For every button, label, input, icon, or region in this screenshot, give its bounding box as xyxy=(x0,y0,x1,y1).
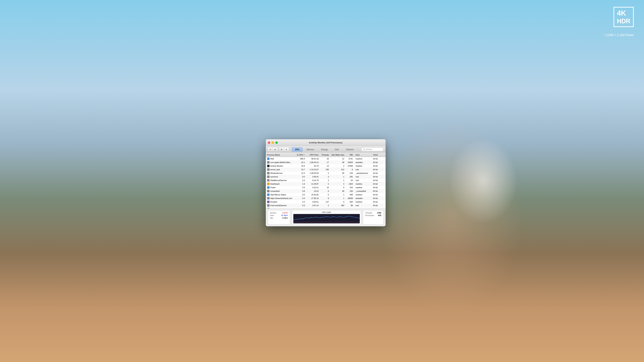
cell-user: root xyxy=(354,204,370,207)
cell-process-name: iStat Menus Status xyxy=(266,193,294,196)
cell-process-name: IINA xyxy=(266,157,294,160)
process-name-text: iStat Menus Status xyxy=(270,194,286,196)
col-header-process-name[interactable]: Process Name xyxy=(266,153,294,156)
cell-process-name: Dashboard xyxy=(266,182,294,185)
cell-process-name: Dropbox xyxy=(266,200,294,203)
cell-cpu-time: 30:01.18 xyxy=(306,157,320,160)
process-name-text: AdobeCRDaemon xyxy=(270,208,286,208)
cell-user: martinio xyxy=(354,208,370,208)
cell-idle-wake: 65 xyxy=(330,172,346,174)
cell-threads: 236 xyxy=(320,168,330,171)
cell-cpu: 1.9 xyxy=(294,183,306,185)
system-label: System: xyxy=(270,212,277,214)
cell-cpu: 995.0 xyxy=(294,157,306,160)
cpu-chart xyxy=(293,214,360,223)
cell-cpu: 0.3 xyxy=(294,208,306,208)
processes-label: Processes: xyxy=(365,214,374,216)
table-row[interactable]: AdobeCRDaemon 0.3 1.16 4 3 26733 martini… xyxy=(266,207,386,208)
cell-kind: 64 bit xyxy=(370,197,379,200)
cell-process-name: Finder xyxy=(266,186,294,189)
close-button[interactable] xyxy=(268,141,270,144)
cell-kind: 64 bit xyxy=(370,172,379,174)
cell-kind: 64 bit xyxy=(370,201,379,203)
col-header-threads[interactable]: Threads xyxy=(320,153,330,156)
table-row[interactable]: Dropbox 0.3 4:50.01 127 4 584 martinio 6… xyxy=(266,200,386,204)
cell-kind: 64 bit xyxy=(370,193,379,196)
process-icon xyxy=(267,193,270,196)
table-row[interactable]: iStat Menus Status 0.5 15:40.56 6 1 489 … xyxy=(266,193,386,197)
cell-cpu-time: 11:28.87 xyxy=(306,183,320,185)
table-row[interactable]: WindowServer 11.5 1:40:55.94 5 65 244 _w… xyxy=(266,171,386,175)
table-row[interactable]: kernel_task 15.7 1:14:13.57 236 412 0 ro… xyxy=(266,168,386,171)
idle-stat-row: Idle: 8.48% xyxy=(270,217,288,219)
col-header-cpu[interactable]: % CPU ▼ xyxy=(294,153,306,156)
table-row[interactable]: Dashboard 1.9 11:28.87 5 4 1404 martinio… xyxy=(266,182,386,186)
cell-threads: 14 xyxy=(320,165,330,167)
table-row[interactable]: sysmond 8.5 2:06.91 3 1 281 root 64 bit xyxy=(266,175,386,179)
cell-pid: 26733 xyxy=(346,208,354,208)
process-icon xyxy=(267,204,270,207)
process-icon xyxy=(267,168,270,171)
col-header-idle-wake[interactable]: Idle Wake Ups xyxy=(330,153,346,156)
tab-disk[interactable]: Disk xyxy=(332,147,342,152)
cell-idle-wake: 90 xyxy=(330,190,346,192)
tab-energy[interactable]: Energy xyxy=(318,147,331,152)
maximize-button[interactable] xyxy=(275,141,278,144)
cell-cpu-time: 15:40.56 xyxy=(306,193,320,196)
col-header-cpu-time[interactable]: CPU Time xyxy=(306,153,320,156)
table-row[interactable]: com.apple.WebKit.WebContent 22.1 1:00:44… xyxy=(266,161,386,164)
cell-threads: 5 xyxy=(320,172,330,174)
col-header-user[interactable]: User xyxy=(354,153,370,156)
cell-idle-wake: 2 xyxy=(330,165,346,167)
table-row[interactable]: Finder 0.9 4:22.51 10 9 343 martinio 64 … xyxy=(266,186,386,189)
cell-user: root xyxy=(354,179,370,182)
cell-cpu-time: 2:06.91 xyxy=(306,175,320,178)
process-icon xyxy=(267,186,270,189)
cell-cpu: 0.4 xyxy=(294,197,306,200)
tab-memory[interactable]: Memory xyxy=(303,147,317,152)
back-button[interactable]: ↺ xyxy=(268,147,273,151)
tab-cpu[interactable]: CPU xyxy=(292,147,302,152)
cell-pid: 15904 xyxy=(346,161,354,164)
process-icon xyxy=(267,172,270,174)
cell-process-name: iStatMenusDaemon xyxy=(266,179,294,182)
table-row[interactable]: FanControlDaemon 0.3 3:47.14 2 282 98 ro… xyxy=(266,204,386,207)
cell-idle-wake: 12 xyxy=(330,157,346,160)
system-stat-row: System: 3.57% xyxy=(270,212,288,214)
table-row[interactable]: coreaudiod 0.8 14.52 6 90 155 _coreaudio… xyxy=(266,189,386,193)
process-icon xyxy=(267,176,270,178)
stop-button[interactable]: ⊗ xyxy=(273,147,278,151)
process-icon xyxy=(267,165,270,167)
cell-cpu: 2.0 xyxy=(294,179,306,182)
table-row[interactable]: https://www.facebook.com 0.4 17:39.13 8 … xyxy=(266,197,386,200)
table-row[interactable]: IINA 995.0 30:01.18 25 12 5741 martinio … xyxy=(266,157,386,161)
settings-dropdown-button[interactable]: ▾ xyxy=(284,147,289,151)
process-icon xyxy=(267,183,270,185)
process-name-text: Activity Monitor xyxy=(270,165,283,167)
hdr-resolution: * 3,840 × 2,160 Pixels xyxy=(604,33,634,37)
cell-cpu-time: 1:40:55.94 xyxy=(306,172,320,174)
minimize-button[interactable] xyxy=(272,141,274,144)
cell-cpu-time: 17:39.13 xyxy=(306,197,320,200)
cell-kind: 64 bit xyxy=(370,183,379,185)
col-header-pid[interactable]: PID xyxy=(346,153,354,156)
tab-network[interactable]: Network xyxy=(343,147,357,152)
threads-label: Threads xyxy=(365,212,372,214)
cpu-chart-title: CPU LOAD xyxy=(293,211,360,213)
table-row[interactable]: iStatMenusDaemon 2.0 6:19.79 3 1 63 root… xyxy=(266,179,386,182)
process-name-text: Dashboard xyxy=(270,183,280,185)
search-placeholder: Search xyxy=(366,148,372,151)
search-box[interactable]: 🔍 Search xyxy=(361,147,384,151)
settings-button-group: ⚙ ▾ xyxy=(279,147,289,151)
process-icon xyxy=(267,208,270,208)
cell-process-name: FanControlDaemon xyxy=(266,204,294,207)
cell-user: asukaho xyxy=(354,197,370,200)
cell-process-name: coreaudiod xyxy=(266,190,294,193)
cell-cpu-time: 1.16 xyxy=(306,208,320,208)
cell-user: martinio xyxy=(354,157,370,160)
settings-button[interactable]: ⚙ xyxy=(279,147,284,151)
process-name-text: sysmond xyxy=(270,176,278,178)
table-row[interactable]: Activity Monitor 19.9 44.79 14 2 27089 m… xyxy=(266,164,386,168)
col-header-kind[interactable]: Kind xyxy=(370,153,379,156)
cell-idle-wake: 4 xyxy=(330,201,346,203)
